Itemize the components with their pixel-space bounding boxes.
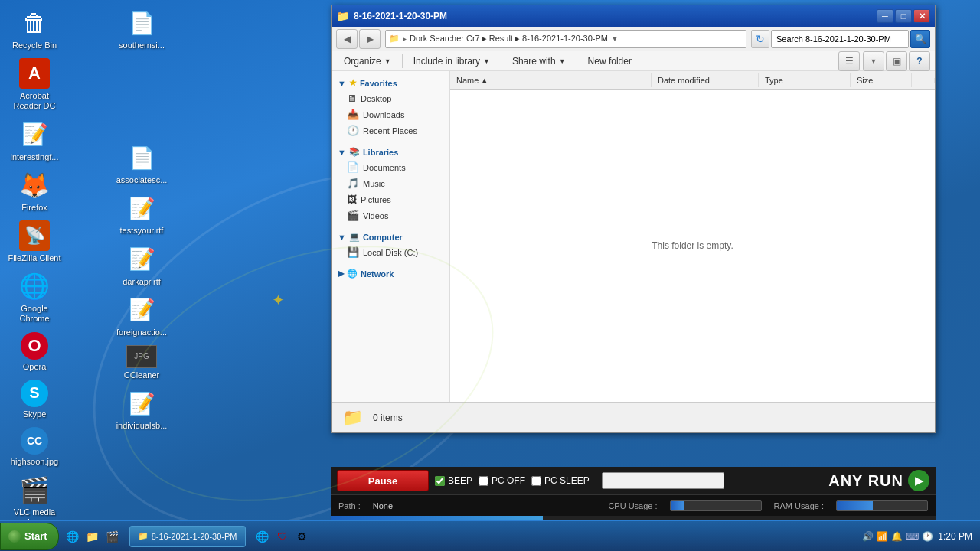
back-button[interactable]: ◀ — [336, 29, 358, 49]
nav-desktop[interactable]: 🖥 Desktop — [332, 90, 449, 106]
taskbar-antivirus-icon[interactable]: ⚙ — [293, 527, 312, 546]
address-bar[interactable]: 📁 ▸ Dork Searcher Cr7 ▸ Result ▸ 8-16-20… — [385, 30, 746, 48]
taskbar-folder-icon[interactable]: 📁 — [83, 527, 102, 546]
taskbar-window-button[interactable]: 📁 8-16-2021-1-20-30-PM — [129, 526, 246, 547]
preview-pane-button[interactable]: ▣ — [886, 51, 907, 71]
individualsb-label: individualsb... — [116, 421, 168, 431]
status-folder-icon: 📁 — [341, 406, 364, 429]
interesting-icon[interactable]: 📝 interestingf... — [8, 119, 61, 162]
forward-button[interactable]: ▶ — [359, 29, 381, 49]
extra-column-header — [912, 78, 935, 83]
name-column-header[interactable]: Name ▲ — [450, 73, 652, 87]
computer-arrow: ▼ — [338, 233, 346, 242]
chrome-icon[interactable]: 🌐 Google Chrome — [8, 271, 61, 324]
type-column-header[interactable]: Type — [759, 73, 851, 87]
nav-recent-places[interactable]: 🕐 Recent Places — [332, 122, 449, 139]
taskbar-media-icon[interactable]: 🎬 — [103, 527, 122, 546]
libraries-icon: 📚 — [349, 147, 360, 157]
southernsi-icon[interactable]: 📄 southernsi... — [115, 8, 168, 51]
start-button[interactable]: Start — [0, 523, 59, 550]
favorites-star-icon: ★ — [349, 78, 357, 88]
navigation-pane: ▼ ★ Favorites 🖥 Desktop 📥 Downloads 🕐 — [332, 71, 450, 402]
pause-button[interactable]: Pause — [337, 470, 429, 491]
firefox-label: Firefox — [21, 203, 47, 213]
view-dropdown-button[interactable]: ▼ — [863, 51, 884, 71]
network-icon: 🌐 — [347, 269, 358, 279]
share-with-menu[interactable]: Share with ▼ — [505, 54, 573, 69]
organize-menu[interactable]: Organize ▼ — [336, 54, 399, 69]
tray-battery-icon: 🔔 — [891, 531, 903, 542]
network-header[interactable]: ▶ 🌐 Network — [332, 266, 449, 281]
view-list-button[interactable]: ☰ — [838, 51, 860, 71]
nav-pictures[interactable]: 🖼 Pictures — [332, 191, 449, 207]
acrobat-label: Acrobat Reader DC — [8, 91, 61, 111]
menu-sep1 — [402, 54, 403, 68]
opera-icon[interactable]: O Opera — [8, 332, 61, 372]
include-library-menu[interactable]: Include in library ▼ — [406, 54, 498, 69]
recycle-bin-icon[interactable]: 🗑 Recycle Bin — [8, 8, 61, 51]
address-dropdown[interactable]: ▼ — [611, 34, 619, 43]
acrobat-icon[interactable]: A Acrobat Reader DC — [8, 58, 61, 111]
recycle-bin-label: Recycle Bin — [12, 41, 57, 51]
anyrun-overlay: Pause BEEP PC OFF PC SLEEP ANY RUN ▶ Pat… — [331, 467, 936, 520]
darkapr-icon[interactable]: 📝 darkapr.rtf — [115, 244, 168, 287]
nav-music[interactable]: 🎵 Music — [332, 175, 449, 191]
search-button[interactable]: 🔍 — [910, 30, 930, 48]
pc-off-label: PC OFF — [492, 475, 525, 486]
path-label: Path : — [338, 501, 361, 510]
taskbar-ie-icon[interactable]: 🌐 — [64, 527, 82, 546]
date-column-header[interactable]: Date modified — [652, 73, 759, 87]
firefox-icon[interactable]: 🦊 Firefox — [8, 170, 61, 213]
taskbar: Start 🌐 📁 🎬 📁 8-16-2021-1-20-30-PM 🌐 🛡 ⚙… — [0, 520, 980, 551]
highsoon-icon[interactable]: JPG CCleaner — [115, 345, 168, 380]
explorer-window: 📁 8-16-2021-1-20-30-PM ─ □ ✕ ◀ ▶ 📁 ▸ Dor… — [331, 5, 936, 433]
pc-off-checkbox[interactable] — [479, 476, 488, 486]
libraries-section: ▼ 📚 Libraries 📄 Documents 🎵 Music 🖼 — [332, 145, 449, 223]
ram-progress-fill — [837, 501, 873, 510]
start-orb-icon — [8, 530, 21, 543]
highsoon-label: CCleaner — [124, 370, 159, 380]
filezilla-icon[interactable]: 📡 FileZilla Client — [8, 220, 61, 263]
individualsb-icon[interactable]: 📝 individualsb... — [115, 388, 168, 431]
taskbar-chrome-icon[interactable]: 🌐 — [253, 527, 272, 546]
libraries-arrow: ▼ — [338, 148, 346, 157]
local-disk-icon: 💾 — [347, 246, 359, 258]
ccleaner-icon[interactable]: CC highsoon.jpg — [8, 427, 61, 467]
close-button[interactable]: ✕ — [913, 9, 930, 23]
ram-label: RAM Usage : — [774, 501, 824, 510]
path-value: None — [373, 501, 393, 510]
nav-downloads[interactable]: 📥 Downloads — [332, 106, 449, 122]
anyrun-input[interactable] — [602, 472, 724, 489]
favorites-header[interactable]: ▼ ★ Favorites — [332, 76, 449, 90]
skype-icon[interactable]: S Skype — [8, 380, 61, 419]
tray-clock-icon: 🕐 — [922, 531, 933, 542]
refresh-button[interactable]: ↻ — [751, 30, 769, 48]
search-input[interactable] — [771, 30, 909, 48]
help-button[interactable]: ? — [909, 51, 930, 71]
libraries-header[interactable]: ▼ 📚 Libraries — [332, 145, 449, 159]
pc-sleep-checkbox[interactable] — [531, 476, 541, 486]
cpu-label: CPU Usage : — [608, 501, 657, 510]
favorites-section: ▼ ★ Favorites 🖥 Desktop 📥 Downloads 🕐 — [332, 76, 449, 139]
nav-documents[interactable]: 📄 Documents — [332, 159, 449, 175]
maximize-button[interactable]: □ — [895, 9, 912, 23]
southernsi-label: southernsi... — [119, 41, 165, 51]
nav-local-disk[interactable]: 💾 Local Disk (C:) — [332, 244, 449, 260]
desktop-icons-col1: 🗑 Recycle Bin A Acrobat Reader DC 📝 inte… — [8, 8, 61, 527]
size-column-header[interactable]: Size — [851, 73, 912, 87]
documents-nav-icon: 📄 — [347, 161, 359, 173]
taskbar-norton-icon[interactable]: 🛡 — [273, 527, 292, 546]
cpu-progress-fill — [671, 501, 684, 510]
nav-videos[interactable]: 🎬 Videos — [332, 207, 449, 223]
beep-checkbox-item: BEEP — [435, 475, 472, 486]
beep-checkbox[interactable] — [435, 476, 445, 486]
foreign-icon[interactable]: 📝 foreignactio... — [115, 295, 168, 337]
associates-icon[interactable]: 📄 associatesc... — [115, 142, 168, 185]
downloads-nav-icon: 📥 — [347, 109, 359, 120]
new-folder-button[interactable]: New folder — [580, 54, 639, 69]
skype-label: Skype — [23, 409, 47, 419]
computer-icon: 💻 — [349, 232, 360, 242]
testsyour-icon[interactable]: 📝 testsyour.rtf — [115, 193, 168, 236]
computer-header[interactable]: ▼ 💻 Computer — [332, 230, 449, 244]
minimize-button[interactable]: ─ — [877, 9, 893, 23]
